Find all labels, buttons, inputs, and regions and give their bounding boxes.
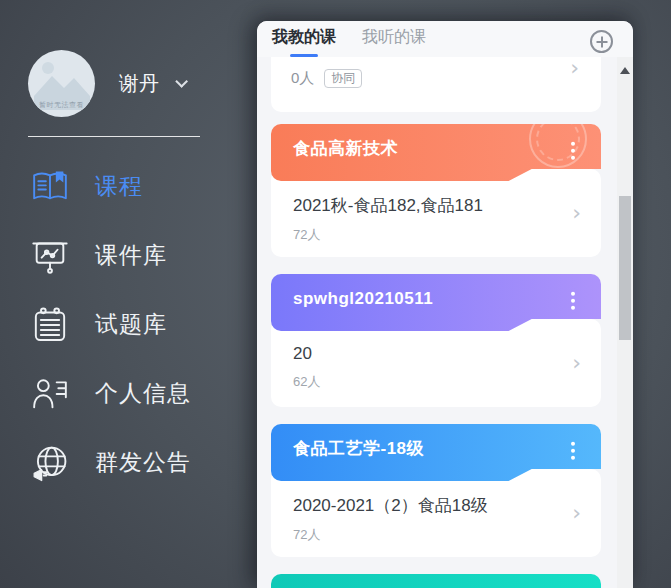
chevron-right-icon[interactable]: ›	[572, 352, 581, 374]
course-card-list: 0人 协同 › 食品高新技术 2021秋-食品182,食品181 72人 › s…	[271, 57, 601, 588]
course-title: 食品工艺学-18级	[293, 437, 424, 460]
course-title: spwhgl20210511	[293, 289, 433, 309]
course-card-header-partial[interactable]	[271, 574, 601, 588]
user-profile[interactable]: 暂时无法查看 谢丹	[28, 50, 184, 117]
course-card[interactable]: spwhgl20210511 20 62人 ›	[271, 274, 601, 407]
scrollbar[interactable]	[617, 57, 633, 588]
course-card[interactable]: 食品工艺学-18级 2020-2021（2）食品18级 72人 ›	[271, 424, 601, 557]
sidebar-item-label: 课件库	[95, 240, 167, 271]
chevron-right-icon[interactable]: ›	[570, 57, 579, 79]
avatar-caption: 暂时无法查看	[28, 100, 95, 110]
presentation-icon	[30, 236, 70, 276]
sidebar-item-label: 个人信息	[95, 378, 191, 409]
chevron-right-icon[interactable]: ›	[572, 202, 581, 224]
sidebar-item-label: 课程	[95, 171, 143, 202]
chevron-down-icon[interactable]	[175, 75, 188, 88]
sidebar-divider	[28, 136, 200, 137]
plus-icon[interactable]	[590, 30, 613, 53]
sidebar-item-courseware[interactable]: 课件库	[0, 221, 257, 290]
tab-my-teaching-courses[interactable]: 我教的课	[272, 27, 336, 57]
course-card-body[interactable]: 2021秋-食品182,食品181 72人 ›	[271, 169, 601, 257]
scrollbar-thumb[interactable]	[619, 196, 631, 340]
avatar[interactable]: 暂时无法查看	[28, 50, 95, 117]
profile-icon	[30, 374, 70, 414]
scroll-up-arrow-icon[interactable]	[620, 67, 630, 74]
collaboration-badge: 协同	[324, 69, 362, 88]
course-card-partial[interactable]: 0人 协同 ›	[271, 57, 601, 112]
user-name: 谢丹	[119, 70, 159, 97]
course-term: 2020-2021（2）食品18级	[293, 494, 579, 517]
course-term: 20	[293, 344, 579, 364]
sidebar-item-personal-info[interactable]: 个人信息	[0, 359, 257, 428]
sidebar-item-label: 群发公告	[95, 447, 191, 478]
full-card-container: 食品高新技术 2021秋-食品182,食品181 72人 › spwhgl202…	[271, 124, 601, 557]
tab-label: 我听的课	[362, 28, 426, 45]
member-count: 62人	[293, 373, 579, 391]
exam-icon	[30, 305, 70, 345]
tab-bar: 我教的课 我听的课	[257, 21, 633, 57]
sidebar-item-label: 试题库	[95, 309, 167, 340]
course-card[interactable]: 食品高新技术 2021秋-食品182,食品181 72人 ›	[271, 124, 601, 257]
kebab-menu-icon[interactable]	[569, 289, 577, 311]
sidebar-item-courses[interactable]: 课程	[0, 152, 257, 221]
kebab-menu-icon[interactable]	[569, 439, 577, 461]
announcement-icon	[30, 443, 70, 483]
sidebar-menu: 课程 课件库	[0, 152, 257, 497]
course-card-body[interactable]: 2020-2021（2）食品18级 72人 ›	[271, 469, 601, 557]
course-card-body[interactable]: 20 62人 ›	[271, 319, 601, 407]
sidebar: 暂时无法查看 谢丹 课程	[0, 0, 257, 588]
course-panel: 我教的课 我听的课 0人 协同 › 食品高新技术 2021秋-食品182,食品1…	[257, 21, 633, 588]
school-emblem-watermark-icon	[529, 110, 587, 168]
sidebar-item-question-bank[interactable]: 试题库	[0, 290, 257, 359]
tab-label: 我教的课	[272, 28, 336, 45]
book-icon	[30, 167, 70, 207]
course-title: 食品高新技术	[293, 137, 398, 160]
sidebar-item-broadcast[interactable]: 群发公告	[0, 428, 257, 497]
chevron-right-icon[interactable]: ›	[572, 502, 581, 524]
kebab-menu-icon[interactable]	[569, 139, 577, 161]
member-count: 72人	[293, 526, 579, 544]
member-count: 72人	[293, 226, 579, 244]
course-term: 2021秋-食品182,食品181	[293, 194, 579, 217]
member-count: 0人	[291, 69, 314, 88]
tab-my-listening-courses[interactable]: 我听的课	[362, 27, 426, 57]
